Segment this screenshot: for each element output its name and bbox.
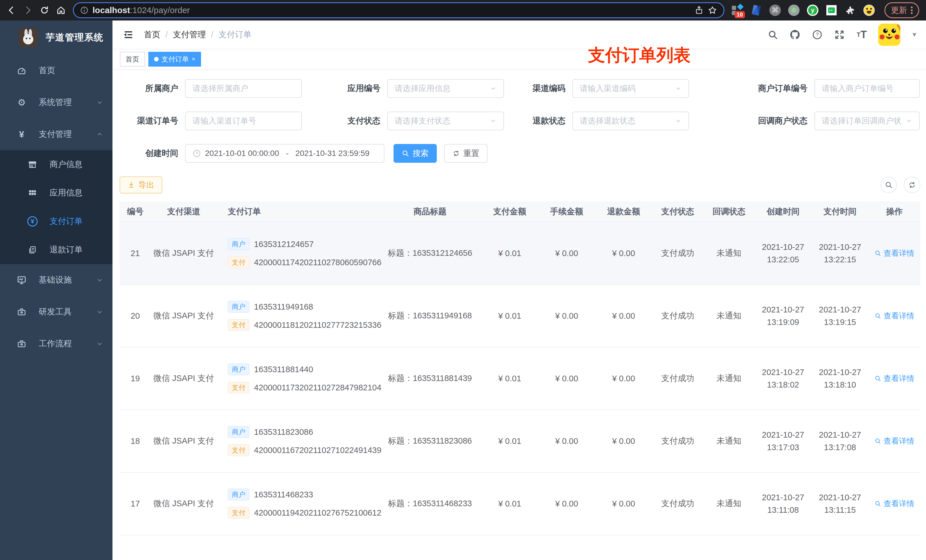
recorder-extension-icon[interactable] <box>788 5 800 16</box>
kite-extension-icon[interactable] <box>750 5 762 16</box>
sidebar-item-app-info[interactable]: 应用信息 <box>0 179 112 207</box>
view-detail-link[interactable]: 查看详情 <box>875 436 914 446</box>
breadcrumb-home[interactable]: 首页 <box>144 29 160 41</box>
tab-manager-extension-icon[interactable]: 10 <box>732 5 743 16</box>
sidebar-item-system[interactable]: ⚙ 系统管理 <box>0 86 112 118</box>
table-row: 商户1635311251796 <box>120 535 920 560</box>
gear-icon: ⚙ <box>16 97 27 108</box>
toggle-search-button[interactable] <box>881 177 897 193</box>
reset-button[interactable]: 重置 <box>444 144 487 163</box>
date-range-picker[interactable]: 2021-10-01 00:00:00 - 2021-10-31 23:59:5… <box>185 144 384 163</box>
active-dot <box>154 57 159 62</box>
sidebar-item-merchant-info[interactable]: 商户信息 <box>0 150 112 179</box>
dashboard-icon <box>16 66 27 75</box>
view-detail-link[interactable]: 查看详情 <box>875 311 914 321</box>
pay-order-no: 4200001181202110277723215336 <box>254 320 381 330</box>
share-icon[interactable] <box>694 6 704 15</box>
sidebar-item-infrastructure[interactable]: 基础设施 <box>0 264 112 296</box>
user-avatar[interactable] <box>878 24 900 46</box>
channel-code-filter-select[interactable] <box>572 79 689 98</box>
command-extension-icon[interactable]: ⌘ <box>769 5 781 16</box>
svg-text:?: ? <box>816 32 819 38</box>
table-row: 20 微信 JSAPI 支付 商户1635311949168 支付4200001… <box>120 285 920 347</box>
table-row: 21 微信 JSAPI 支付 商户1635312124657 支付4200001… <box>120 222 920 285</box>
sidebar-item-pay-orders[interactable]: ¥ 支付订单 <box>0 207 112 235</box>
sidebar-item-payment[interactable]: ¥ 支付管理 <box>0 118 112 150</box>
sidebar-toggle-icon[interactable] <box>123 29 134 41</box>
browser-back-button[interactable] <box>4 3 19 18</box>
yen-circle-icon: ¥ <box>27 216 38 226</box>
chevron-down-icon <box>490 85 496 92</box>
app-no-filter-select[interactable] <box>387 79 504 98</box>
app-logo-row[interactable]: 芋道管理系统 <box>0 21 112 54</box>
view-detail-link[interactable]: 查看详情 <box>875 373 914 383</box>
y-extension-icon[interactable]: y <box>807 5 819 16</box>
status-badge: 支付成功 <box>652 472 703 535</box>
browser-forward-button[interactable] <box>21 3 35 18</box>
close-icon[interactable]: × <box>192 56 195 63</box>
browser-menu-icon[interactable] <box>911 6 912 14</box>
payment-submenu: 商户信息 应用信息 ¥ 支付订单 退款订单 <box>0 150 112 264</box>
chevron-down-icon <box>97 277 103 283</box>
channel-order-filter-input[interactable] <box>185 112 302 130</box>
merchant-order-no: 1635311881440 <box>254 365 313 374</box>
search-button[interactable]: 搜索 <box>393 144 437 163</box>
document-icon <box>27 246 38 254</box>
shop-icon <box>27 160 38 169</box>
extensions-puzzle-icon[interactable] <box>844 5 856 16</box>
search-icon[interactable] <box>767 29 779 41</box>
fullscreen-icon[interactable] <box>834 29 845 41</box>
font-size-icon[interactable]: TT <box>856 29 867 41</box>
date-end[interactable]: 2021-10-31 23:59:59 <box>295 149 369 158</box>
merchant-order-no: 1635311949168 <box>254 302 313 312</box>
breadcrumb-parent[interactable]: 支付管理 <box>173 29 206 41</box>
app-logo <box>19 28 38 47</box>
chevron-down-icon <box>97 341 103 347</box>
bookmark-star-icon[interactable] <box>708 5 717 15</box>
app-no-filter-label: 应用编号 <box>325 83 387 94</box>
help-icon[interactable]: ? <box>811 29 823 41</box>
refund-status-filter-select[interactable] <box>572 112 689 130</box>
chevron-up-icon <box>97 131 103 137</box>
merchant-filter-input[interactable] <box>185 79 302 98</box>
pay-tag: 支付 <box>228 507 250 519</box>
sidebar-item-refund-orders[interactable]: 退款订单 <box>0 235 112 264</box>
status-badge: 支付成功 <box>652 410 703 472</box>
notify-status-filter-select[interactable] <box>814 112 920 130</box>
address-bar[interactable]: localhost:1024/pay/order <box>73 2 725 18</box>
monitor-icon <box>16 275 27 285</box>
chevron-down-icon <box>490 118 496 124</box>
created-time-filter-label: 创建时间 <box>120 148 185 159</box>
table-header-row: 编号 支付渠道 支付订单 商品标题 支付金额 手续金额 退款金额 支付状态 回调… <box>120 201 920 222</box>
tag-home[interactable]: 首页 <box>120 52 145 66</box>
merchant-order-filter-label: 商户订单编号 <box>712 83 814 94</box>
content-area: 所属商户 应用编号 渠道编码 商户订单编号 <box>112 69 926 560</box>
date-start[interactable]: 2021-10-01 00:00:00 <box>205 149 279 158</box>
merchant-order-filter-input[interactable] <box>814 79 920 98</box>
pay-status-filter-label: 支付状态 <box>325 115 387 127</box>
sidebar-item-workflow[interactable]: 工作流程 <box>0 328 112 360</box>
browser-home-button[interactable] <box>53 3 68 18</box>
app-title: 芋道管理系统 <box>45 31 104 44</box>
pay-status-filter-select[interactable] <box>387 112 504 130</box>
view-detail-link[interactable]: 查看详情 <box>875 248 914 258</box>
top-navbar: 首页 / 支付管理 / 支付订单 ? T <box>112 21 926 49</box>
sidebar-item-home[interactable]: 首页 <box>0 54 112 86</box>
browser-reload-button[interactable] <box>37 3 52 18</box>
refresh-button[interactable] <box>904 177 920 193</box>
browser-update-button[interactable]: 更新 <box>884 2 919 18</box>
github-icon[interactable] <box>789 29 801 41</box>
status-badge: 支付成功 <box>652 222 703 285</box>
site-info-icon[interactable] <box>80 6 89 15</box>
grid-icon <box>27 189 38 198</box>
pay-tag: 支付 <box>228 319 250 331</box>
chat-extension-icon[interactable] <box>826 5 837 16</box>
avatar-caret-icon[interactable]: ▼ <box>911 31 917 38</box>
refund-status-filter-label: 退款状态 <box>527 115 572 127</box>
sidebar-item-dev-tools[interactable]: 研发工具 <box>0 296 112 328</box>
extensions-row: 10 ⌘ y 更新 <box>729 2 922 18</box>
view-detail-link[interactable]: 查看详情 <box>875 498 914 509</box>
emoji-extension-icon[interactable] <box>863 5 875 16</box>
tag-pay-orders[interactable]: 支付订单 × <box>148 52 201 66</box>
export-button[interactable]: 导出 <box>120 177 162 193</box>
